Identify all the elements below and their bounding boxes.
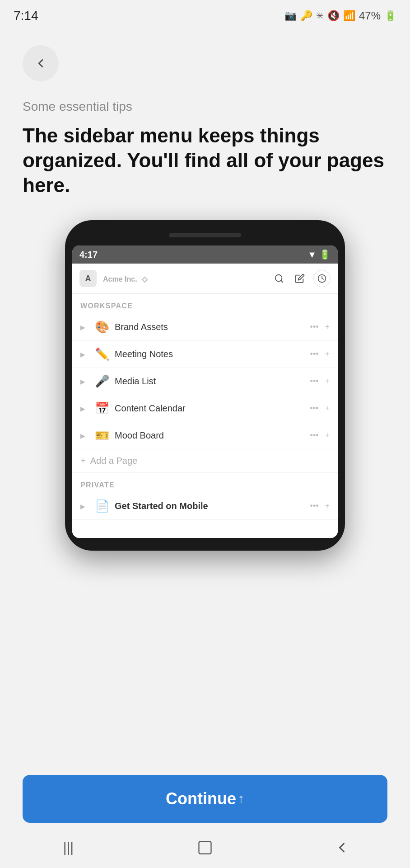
expand-arrow-meeting-notes: ▶ bbox=[80, 351, 89, 358]
phone-status-time: 4:17 bbox=[79, 250, 98, 260]
phone-status-bar: 4:17 ▼ 🔋 bbox=[72, 245, 338, 264]
phone-screen: 4:17 ▼ 🔋 A Acme Inc. ◇ bbox=[72, 245, 338, 538]
phone-mockup-container: 4:17 ▼ 🔋 A Acme Inc. ◇ bbox=[0, 211, 410, 560]
brand-assets-icon: 🎨 bbox=[94, 320, 110, 334]
media-list-label: Media List bbox=[115, 376, 306, 387]
brand-assets-label: Brand Assets bbox=[115, 322, 306, 332]
media-list-icon: 🎤 bbox=[94, 374, 110, 388]
expand-arrow-content-calendar: ▶ bbox=[80, 405, 89, 412]
workspace-chevron: ◇ bbox=[142, 275, 147, 283]
phone-wifi-icon: ▼ bbox=[308, 250, 317, 260]
camera-icon: 📷 bbox=[284, 10, 297, 22]
workspace-section-label: WORKSPACE bbox=[72, 294, 338, 314]
phone-status-icons: ▼ 🔋 bbox=[308, 249, 331, 260]
list-item-brand-assets[interactable]: ▶ 🎨 Brand Assets ••• + bbox=[72, 314, 338, 341]
mood-board-icon: 🎫 bbox=[94, 429, 110, 443]
status-bar: 7:14 📷 🔑 ✳ 🔇 📶 47% 🔋 bbox=[0, 0, 410, 32]
add-icon-calendar[interactable]: + bbox=[325, 404, 330, 413]
expand-arrow-mood-board: ▶ bbox=[80, 432, 89, 439]
add-icon-meeting[interactable]: + bbox=[325, 349, 330, 359]
content-calendar-icon: 📅 bbox=[94, 401, 110, 415]
bluetooth-icon: ✳ bbox=[316, 10, 324, 21]
back-button[interactable] bbox=[23, 45, 59, 81]
expand-arrow-media-list: ▶ bbox=[80, 378, 89, 385]
more-icon[interactable]: ••• bbox=[310, 322, 319, 332]
search-icon[interactable] bbox=[272, 271, 286, 286]
add-page-label: Add a Page bbox=[90, 456, 138, 466]
mood-board-actions: ••• + bbox=[310, 431, 330, 440]
more-icon-media[interactable]: ••• bbox=[310, 377, 319, 386]
content-calendar-actions: ••• + bbox=[310, 404, 330, 413]
nav-home-button[interactable] bbox=[191, 834, 219, 861]
more-icon-calendar[interactable]: ••• bbox=[310, 404, 319, 413]
cursor-icon: ↑ bbox=[238, 792, 244, 806]
sidebar-content: WORKSPACE ▶ 🎨 Brand Assets ••• + ▶ ✏️ Me… bbox=[72, 294, 338, 538]
continue-label: Continue bbox=[166, 789, 236, 808]
mute-icon: 🔇 bbox=[327, 10, 340, 22]
android-nav-bar: ||| bbox=[0, 827, 410, 868]
brand-assets-actions: ••• + bbox=[310, 322, 330, 332]
compose-icon[interactable] bbox=[293, 271, 307, 286]
svg-rect-3 bbox=[199, 842, 211, 854]
mood-board-label: Mood Board bbox=[115, 430, 306, 441]
add-icon-get-started[interactable]: + bbox=[325, 501, 330, 511]
more-icon-mood[interactable]: ••• bbox=[310, 431, 319, 440]
list-item-get-started[interactable]: ▶ 📄 Get Started on Mobile ••• + bbox=[72, 493, 338, 520]
status-time: 7:14 bbox=[14, 9, 38, 23]
list-item-mood-board[interactable]: ▶ 🎫 Mood Board ••• + bbox=[72, 422, 338, 449]
add-icon-mood[interactable]: + bbox=[325, 431, 330, 440]
list-item-content-calendar[interactable]: ▶ 📅 Content Calendar ••• + bbox=[72, 395, 338, 422]
app-header: A Acme Inc. ◇ bbox=[72, 264, 338, 294]
meeting-notes-icon: ✏️ bbox=[94, 347, 110, 361]
battery-icon: 🔋 bbox=[384, 10, 396, 22]
list-item-media-list[interactable]: ▶ 🎤 Media List ••• + bbox=[72, 368, 338, 395]
add-page-plus: + bbox=[80, 456, 86, 466]
tips-section: Some essential tips The sidebar menu kee… bbox=[0, 95, 410, 211]
svg-line-1 bbox=[281, 280, 283, 282]
meeting-notes-actions: ••• + bbox=[310, 349, 330, 359]
nav-menu-button[interactable]: ||| bbox=[55, 834, 82, 861]
workspace-avatar: A bbox=[79, 270, 97, 287]
tips-subtitle: Some essential tips bbox=[23, 99, 387, 114]
expand-arrow-get-started: ▶ bbox=[80, 503, 89, 510]
wifi-icon: 📶 bbox=[343, 10, 355, 22]
media-list-actions: ••• + bbox=[310, 377, 330, 386]
get-started-label: Get Started on Mobile bbox=[115, 501, 306, 511]
expand-arrow-brand-assets: ▶ bbox=[80, 324, 89, 331]
battery-text: 47% bbox=[359, 9, 381, 22]
more-icon-get-started[interactable]: ••• bbox=[310, 501, 319, 511]
list-item-meeting-notes[interactable]: ▶ ✏️ Meeting Notes ••• + bbox=[72, 341, 338, 368]
workspace-name: Acme Inc. ◇ bbox=[101, 273, 267, 284]
phone-notch bbox=[169, 233, 241, 237]
history-icon[interactable] bbox=[313, 270, 331, 287]
add-icon[interactable]: + bbox=[325, 322, 330, 332]
add-icon-media[interactable]: + bbox=[325, 377, 330, 386]
more-icon-meeting[interactable]: ••• bbox=[310, 349, 319, 359]
nav-back-button[interactable] bbox=[328, 834, 355, 861]
content-calendar-label: Content Calendar bbox=[115, 403, 306, 414]
phone-outer: 4:17 ▼ 🔋 A Acme Inc. ◇ bbox=[65, 220, 345, 551]
header-icons bbox=[272, 270, 331, 287]
phone-battery-icon: 🔋 bbox=[319, 249, 331, 260]
meeting-notes-label: Meeting Notes bbox=[115, 349, 306, 359]
get-started-icon: 📄 bbox=[94, 499, 110, 513]
continue-button[interactable]: Continue ↑ bbox=[23, 775, 387, 823]
add-page-row[interactable]: + Add a Page bbox=[72, 449, 338, 473]
private-section-label: PRIVATE bbox=[72, 473, 338, 493]
get-started-actions: ••• + bbox=[310, 501, 330, 511]
key-icon: 🔑 bbox=[300, 10, 312, 22]
tips-title: The sidebar menu keeps things organized.… bbox=[23, 123, 387, 198]
status-icons: 📷 🔑 ✳ 🔇 📶 47% 🔋 bbox=[284, 9, 396, 22]
